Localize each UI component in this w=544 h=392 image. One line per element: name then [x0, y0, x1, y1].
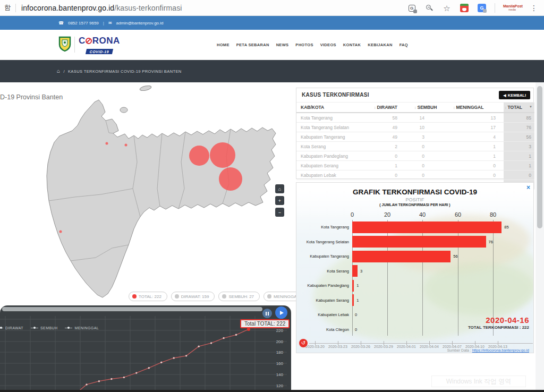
bubble-kota-tangerang [210, 142, 235, 168]
timeseries-panel: DIRAWAT SEMBUH MENINGGAL 220 200 180 160… [0, 305, 291, 392]
site-topbar: ☎ 0852 1577 9659 | ✉ admin@bantenprov.go… [0, 16, 544, 30]
browser-menu-icon[interactable]: ⋮ [529, 3, 539, 13]
zoom-out-icon[interactable] [424, 3, 434, 13]
legend-marker [31, 326, 38, 330]
bar-kabupaten-tangerang [352, 251, 450, 262]
logo-divider [74, 37, 75, 53]
bottom-edge [0, 390, 544, 392]
nav-faq[interactable]: FAQ [400, 42, 408, 47]
translate-icon[interactable]: G [407, 3, 416, 13]
nav-photos[interactable]: PHOTOS [295, 42, 313, 47]
legend-dot-meninggal [267, 294, 271, 299]
bubble-kota-tangerang-selatan [219, 167, 242, 191]
home-icon[interactable]: ⌂ [57, 69, 60, 74]
bar-chart-title: GRAFIK TERKONFIRMASI COVID-19 [296, 188, 533, 196]
map-zoom-in-button[interactable]: + [275, 196, 284, 205]
bar-chart-subtitle: POSITIF [296, 197, 533, 202]
sort-icon: ↕ [505, 106, 507, 109]
legend-pill-total[interactable]: TOTAL: 222 [129, 292, 167, 301]
map-controls: ⌂ + − [275, 184, 284, 217]
page-scrollbar-thumb[interactable] [537, 86, 542, 228]
current-date-block: 2020-04-16 TOTAL TERKONFIRMASI : 222 [468, 316, 529, 330]
table-row: Kota Tangerang58141385 [296, 113, 534, 123]
topbar-phone[interactable]: 0852 1577 9659 [68, 21, 99, 25]
site-header: CRONA COVID-19 HOME PETA SEBARAN NEWS PH… [0, 30, 544, 60]
bar-row: Kota Tangerang Selatan76 [296, 235, 534, 250]
timeline-axis[interactable] [309, 343, 533, 344]
total-confirmed-label: TOTAL TERKONFIRMASI : 222 [468, 325, 529, 330]
nav-home[interactable]: HOME [217, 42, 230, 47]
close-icon[interactable]: × [526, 184, 530, 191]
table-row: Kabupaten Pandeglang0011 [296, 151, 534, 161]
site-logo[interactable]: CRONA COVID-19 [58, 36, 120, 55]
col-total[interactable]: ↕TOTAL▼ [504, 103, 534, 113]
filter-icon: ▼ [529, 105, 532, 108]
nav-kebijakan[interactable]: KEBIJAKAN [368, 42, 392, 47]
cases-table-card: KASUS TERKONFIRMASI ◀KEMBALI KAB/KOTA ↕D… [296, 88, 534, 179]
current-date: 2020-04-16 [468, 316, 529, 325]
pause-button[interactable] [262, 309, 272, 318]
legend-dot-dirawat [175, 294, 179, 299]
back-arrow-icon: ◀ [503, 93, 506, 98]
play-button[interactable] [275, 306, 287, 319]
legend-pill-sembuh[interactable]: SEMBUH: 27 [218, 292, 260, 301]
url-domain: infocorona.bantenprov.go.id [21, 4, 114, 12]
bar-chart-card: × GRAFIK TERKONFIRMASI COVID-19 POSITIF … [296, 182, 534, 353]
panel-scrollbar[interactable] [2, 307, 262, 311]
bubble-kota-serang [125, 144, 128, 147]
table-row: Kota Tangerang Selatan49101776 [296, 123, 534, 132]
nav-kontak[interactable]: KONTAK [343, 42, 361, 47]
col-kab-kota[interactable]: KAB/KOTA [296, 103, 373, 113]
nav-peta-sebaran[interactable]: PETA SEBARAN [236, 42, 269, 47]
replay-button[interactable]: ↺ [299, 339, 308, 347]
nav-videos[interactable]: VIDEOS [320, 42, 336, 47]
toolbar-divider [495, 3, 495, 13]
source-row: Sumber Data : https://infocorona.bantenp… [447, 348, 529, 352]
browser-toolbar-icons: G ☆ G ManilaPostmedia ⋮ [407, 0, 539, 16]
chart-tooltip: Total TOTAL: 222 [240, 319, 290, 328]
map-home-button[interactable]: ⌂ [275, 184, 284, 193]
extension-badge[interactable]: ManilaPostmedia [503, 4, 521, 11]
x-tick-60: 60 [450, 211, 466, 218]
map-legend: TOTAL: 222 DIRAWAT: 159 SEMBUH: 27 MENIN… [129, 292, 312, 301]
y-tick-160: 160 [267, 361, 283, 366]
main-nav: HOME PETA SEBARAN NEWS PHOTOS VIDEOS KON… [217, 30, 408, 60]
adblock-extension-icon[interactable] [460, 3, 469, 13]
legend-sembuh[interactable]: SEMBUH [40, 326, 57, 330]
url-field[interactable]: infocorona.bantenprov.go.id/kasus-terkon… [21, 4, 182, 12]
back-button[interactable]: ◀KEMBALI [499, 91, 530, 99]
bar-row: Kota Tangerang85 [296, 220, 534, 235]
virus-icon [86, 38, 92, 44]
windows-ink-watermark: Windows Ink 작업 영역 [431, 376, 526, 387]
map-zoom-out-button[interactable]: − [275, 208, 284, 217]
bar-kota-tangerang-selatan [352, 236, 486, 248]
bar-row: Kabupaten Pandeglang1 [296, 278, 534, 293]
bar-row: Kota Serang3 [296, 264, 534, 279]
timeseries-legend: DIRAWAT SEMBUH MENINGGAL [0, 324, 99, 331]
sort-icon: ↕ [453, 106, 455, 109]
y-tick-220: 220 [267, 328, 283, 333]
x-tick-80: 80 [485, 211, 501, 218]
col-meninggal[interactable]: ↕MENINGGAL [452, 103, 504, 113]
bookmark-star-icon[interactable]: ☆ [442, 3, 452, 13]
topbar-email[interactable]: admin@bantenprov.go.id [116, 21, 164, 25]
legend-meninggal[interactable]: MENINGGAL [74, 326, 99, 330]
bar-kabupaten-pandeglang [352, 280, 354, 292]
legend-dot-sembuh [222, 294, 226, 299]
col-dirawat[interactable]: ↕DIRAWAT [373, 103, 413, 113]
nav-news[interactable]: NEWS [276, 42, 289, 47]
table-header-row: KAB/KOTA ↕DIRAWAT ↕SEMBUH ↕MENINGGAL ↕TO… [296, 103, 534, 113]
source-link[interactable]: https://infocorona.bantenprov.go.id [472, 348, 529, 352]
legend-pill-dirawat[interactable]: DIRAWAT: 159 [171, 292, 215, 301]
translate-extension-icon[interactable]: G [477, 3, 487, 13]
table-row: Kabupaten Tangerang493456 [296, 132, 534, 142]
breadcrumb-divider: / [63, 69, 64, 74]
table-row: Kabupaten Lebak0000 [296, 171, 534, 180]
col-sembuh[interactable]: ↕SEMBUH [413, 103, 452, 113]
legend-dirawat[interactable]: DIRAWAT [5, 326, 23, 330]
bar-row: Kabupaten Tangerang56 [296, 249, 534, 264]
bar-kabupaten-serang [352, 294, 354, 306]
breadcrumb-bar: ⌂ / KASUS TERKONFIRMASI COVID-19 PROVINS… [0, 60, 544, 82]
banten-province-map[interactable] [0, 82, 291, 305]
bar-kota-serang [352, 265, 358, 277]
